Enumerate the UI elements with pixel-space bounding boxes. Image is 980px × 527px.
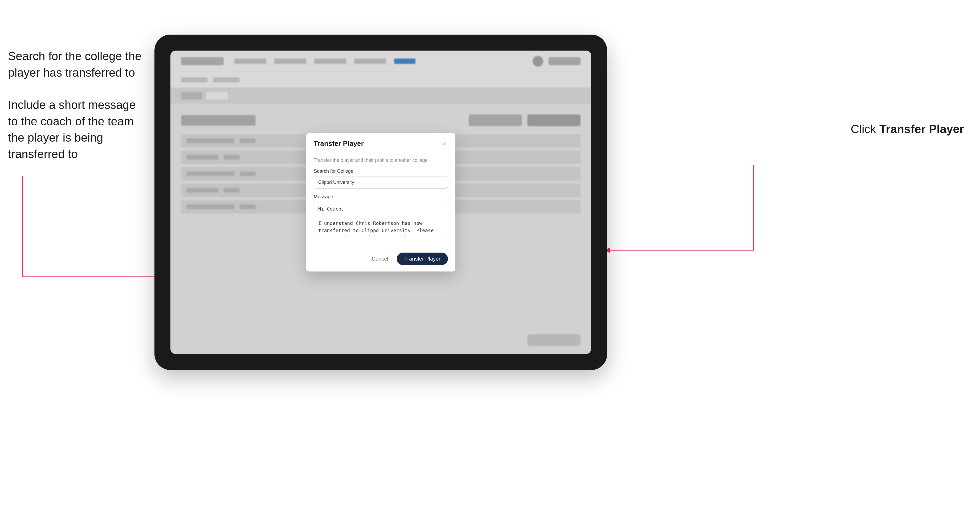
- dialog-close-button[interactable]: ×: [441, 140, 448, 148]
- dialog-body: Transfer the player and their profile to…: [306, 152, 455, 248]
- dialog-footer: Cancel Transfer Player: [306, 248, 455, 271]
- search-college-group: Search for College: [314, 168, 448, 189]
- annotation-left: Search for the college the player has tr…: [8, 48, 146, 178]
- dialog-subtitle: Transfer the player and their profile to…: [314, 157, 448, 163]
- message-label: Message: [314, 194, 448, 200]
- transfer-dialog: Transfer Player × Transfer the player an…: [306, 133, 455, 271]
- ipad-device: Transfer Player × Transfer the player an…: [154, 35, 607, 370]
- message-group: Message Hi Coach, I understand Chris Rob…: [314, 194, 448, 237]
- cancel-button[interactable]: Cancel: [368, 253, 393, 265]
- annotation-right-text: Click Transfer Player: [851, 122, 964, 135]
- search-college-input[interactable]: [314, 176, 448, 189]
- annotation-right: Click Transfer Player: [851, 122, 964, 136]
- message-textarea[interactable]: Hi Coach, I understand Chris Robertson h…: [314, 202, 448, 237]
- dialog-header: Transfer Player ×: [306, 133, 455, 152]
- dialog-title: Transfer Player: [314, 140, 364, 148]
- annotation-message-text: Include a short message to the coach of …: [8, 97, 146, 162]
- transfer-player-button[interactable]: Transfer Player: [397, 252, 448, 265]
- modal-overlay: Transfer Player × Transfer the player an…: [170, 51, 591, 354]
- annotation-search-text: Search for the college the player has tr…: [8, 48, 146, 81]
- search-college-label: Search for College: [314, 168, 448, 174]
- ipad-screen: Transfer Player × Transfer the player an…: [170, 51, 591, 354]
